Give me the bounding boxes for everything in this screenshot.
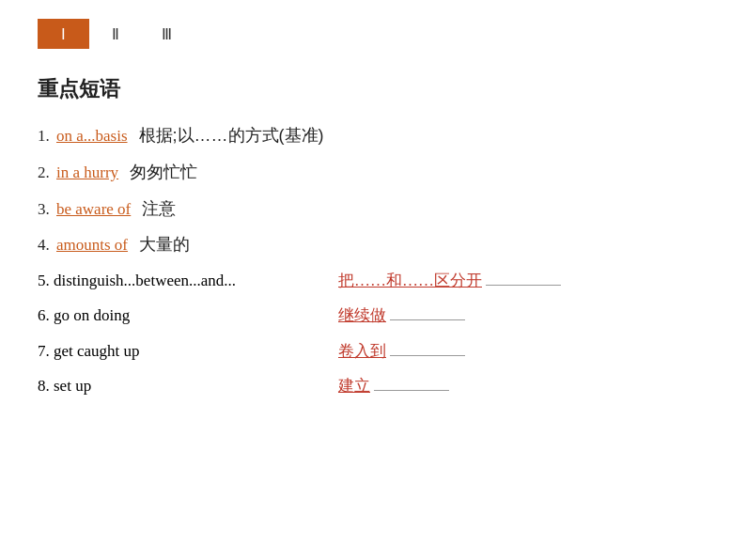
phrase-english-left-8: 8. set up	[38, 373, 338, 398]
blank-7	[390, 355, 465, 356]
phrase-number: 2.	[38, 160, 56, 185]
phrase-number-7: 7.	[38, 342, 50, 360]
phrase-chinese: 匆匆忙忙	[130, 159, 197, 186]
list-item: 5. distinguish...between...and... 把……和………	[38, 268, 708, 293]
phrase-answer-right-8: 建立	[338, 373, 449, 398]
phrase-english-text-5: distinguish...between...and...	[54, 272, 236, 289]
phrase-english-left-7: 7. get caught up	[38, 338, 338, 364]
phrase-chinese: 注意	[142, 195, 176, 223]
phrase-english-left: 5. distinguish...between...and...	[38, 268, 338, 293]
phrase-answer-5: 把……和……区分开	[338, 268, 482, 293]
phrase-answer-right: 把……和……区分开	[338, 268, 561, 293]
phrase-answer-right-7: 卷入到	[338, 338, 465, 364]
phrase-number: 1.	[38, 123, 56, 148]
list-item: 7. get caught up 卷入到	[38, 338, 708, 364]
list-item: 4. amounts of 大量的	[38, 231, 708, 258]
list-item: 1. on a...basis 根据;以……的方式(基准)	[38, 122, 708, 149]
phrase-number: 3.	[38, 196, 56, 222]
tab-2[interactable]: Ⅱ	[89, 19, 141, 49]
phrase-answer-7: 卷入到	[338, 338, 386, 364]
blank-8	[374, 390, 449, 391]
phrase-answer: be aware of	[56, 196, 131, 222]
phrase-answer-6: 继续做	[338, 303, 386, 328]
section-title: 重点短语	[38, 75, 708, 103]
phrase-answer-right-6: 继续做	[338, 303, 465, 328]
phrase-answer: in a hurry	[56, 160, 118, 185]
tab-1[interactable]: Ⅰ	[38, 19, 89, 49]
phrase-english-left-6: 6. go on doing	[38, 303, 338, 328]
tab-3[interactable]: Ⅲ	[141, 19, 193, 49]
phrase-english-text-8: set up	[54, 377, 91, 395]
phrase-chinese: 大量的	[139, 231, 190, 258]
blank-6	[390, 319, 465, 320]
phrase-answer: amounts of	[56, 232, 128, 257]
phrases-list: 1. on a...basis 根据;以……的方式(基准) 2. in a hu…	[38, 122, 708, 398]
phrase-answer-8: 建立	[338, 373, 370, 398]
list-item: 6. go on doing 继续做	[38, 303, 708, 328]
phrase-chinese: 根据;以……的方式(基准)	[139, 122, 324, 149]
phrase-number-8: 8.	[38, 377, 50, 395]
phrase-number-6: 6.	[38, 306, 50, 324]
list-item: 3. be aware of 注意	[38, 195, 708, 223]
phrase-english-text-6: go on doing	[54, 306, 130, 324]
tab-bar: Ⅰ Ⅱ Ⅲ	[38, 19, 708, 49]
blank-5	[486, 285, 561, 286]
list-item: 8. set up 建立	[38, 373, 708, 398]
page: Ⅰ Ⅱ Ⅲ 重点短语 1. on a...basis 根据;以……的方式(基准)…	[0, 0, 746, 560]
phrase-number: 4.	[38, 232, 56, 257]
phrase-english-text-7: get caught up	[54, 342, 140, 360]
phrase-answer: on a...basis	[56, 123, 128, 148]
phrase-number-5: 5.	[38, 272, 50, 289]
list-item: 2. in a hurry 匆匆忙忙	[38, 159, 708, 186]
